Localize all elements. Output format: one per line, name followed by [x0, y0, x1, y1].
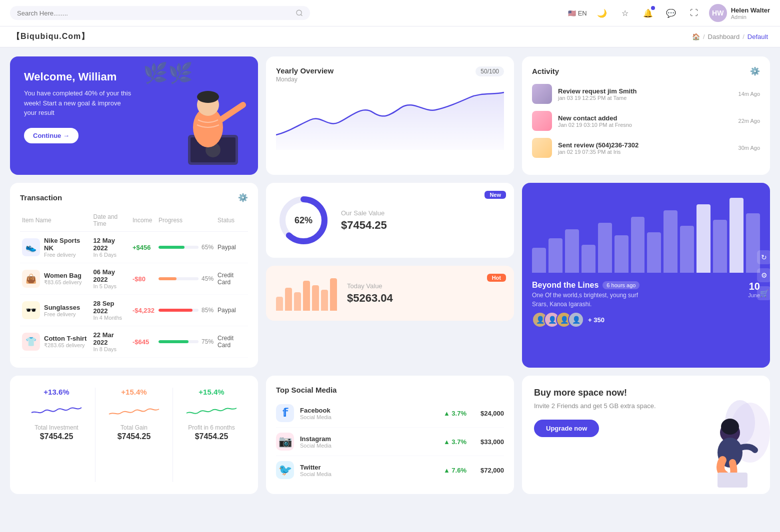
side-icon-settings[interactable]: ⚙ — [757, 268, 770, 282]
activity-header: Activity ⚙️ — [532, 66, 760, 76]
today-bar-chart — [276, 276, 337, 311]
item-name-3: Cotton T-shirt — [44, 335, 86, 342]
yearly-header: Yearly Overview Monday 50/100 — [276, 66, 504, 83]
item-income-1: -$80 — [130, 263, 156, 295]
progress-pct-0: 65% — [202, 244, 214, 251]
col-item-name: Item Name — [20, 209, 92, 232]
social-icon-0: 𝕗 — [276, 404, 294, 422]
side-icon-cart[interactable]: 🛒 — [757, 286, 770, 300]
svg-point-6 — [197, 91, 219, 103]
activity-thumb-2 — [532, 111, 552, 131]
welcome-subtitle: You have completed 40% of your this week… — [24, 88, 134, 118]
table-row: 👕 Cotton T-shirt ₹283.65 delivery 22 Mar… — [20, 326, 248, 358]
fullscreen-icon[interactable]: ⛶ — [686, 5, 702, 21]
brand-logo: 【Biqubiqu.Com】 — [12, 31, 90, 42]
sale-info: Our Sale Value $7454.25 — [341, 209, 504, 232]
beyond-bar-10 — [696, 204, 710, 273]
item-status-0: Paypal — [216, 232, 248, 263]
activity-title-3: Sent review (504)236-7302 — [558, 141, 732, 149]
item-income-3: -$645 — [130, 326, 156, 358]
activity-time-3: 30m Ago — [738, 145, 760, 151]
notification-dot — [651, 6, 655, 10]
beyond-bar-5 — [614, 235, 628, 273]
item-name-1: Women Bag — [44, 272, 82, 279]
progress-pct-1: 45% — [202, 275, 214, 282]
social-sub-0: Social Media — [300, 414, 332, 420]
language-selector[interactable]: 🇺🇸 EN — [568, 9, 587, 17]
svg-rect-14 — [718, 473, 748, 488]
stat-label-3: Profit in 6 months — [188, 424, 234, 431]
sparkline-2 — [100, 400, 168, 420]
sale-value-amount: $7454.25 — [341, 219, 504, 232]
activity-item-3: Sent review (504)236-7302 jan 02 19 07:3… — [532, 138, 760, 158]
today-value-amount: $5263.04 — [347, 292, 504, 305]
activity-card: Activity ⚙️ Review request jim Smith jan… — [522, 56, 770, 175]
col-status: Status — [216, 209, 248, 232]
item-icon-0: 👟 — [22, 238, 40, 256]
new-badge: New — [484, 191, 506, 199]
today-bar-4 — [312, 285, 319, 311]
breadcrumb-sep2: / — [742, 33, 744, 40]
beyond-bar-chart — [532, 193, 760, 273]
upgrade-button[interactable]: Upgrade now — [534, 420, 599, 437]
progress-fill-1 — [158, 277, 176, 280]
home-icon[interactable]: 🏠 — [692, 33, 700, 40]
dark-mode-toggle[interactable]: 🌙 — [594, 5, 610, 21]
activity-text-1: Review request jim Smith jan 03 19 12:25… — [558, 87, 732, 101]
item-days-3: In 8 Days — [94, 346, 128, 352]
continue-button[interactable]: Continue → — [24, 128, 78, 143]
svg-point-0 — [296, 10, 302, 15]
stat-profit: +15.4% Profit in 6 months $7454.25 — [177, 388, 246, 482]
beyond-time: 6 hours ago — [602, 281, 640, 289]
item-sub-2: Free delivery — [44, 311, 80, 317]
table-row: 🕶️ Sunglasses Free delivery 28 Sep 2022 … — [20, 295, 248, 326]
item-date-1: 06 May 2022 — [94, 268, 128, 283]
transaction-header: Transaction ⚙️ — [20, 193, 248, 202]
donut-chart: 62% — [276, 193, 331, 248]
today-bar-0 — [276, 297, 283, 311]
social-item-0: 𝕗 Facebook Social Media ▲ 3.7% $24,000 — [276, 399, 504, 428]
beyond-side-icons: ↻ ⚙ 🛒 — [757, 250, 770, 300]
beyond-bar-12 — [730, 198, 744, 273]
item-date-2: 28 Sep 2022 — [94, 300, 128, 315]
beyond-bar-8 — [664, 210, 678, 273]
today-bar-2 — [294, 292, 301, 311]
chat-icon[interactable]: 💬 — [663, 5, 679, 21]
stat-pct-1: +13.6% — [44, 388, 69, 396]
social-pct-0: ▲ 3.7% — [444, 410, 466, 417]
item-income-0: +$456 — [130, 232, 156, 263]
side-icon-refresh[interactable]: ↻ — [757, 250, 770, 264]
progress-pct-3: 75% — [202, 338, 214, 345]
social-item-2: 🐦 Twitter Social Media ▲ 7.6% $72,000 — [276, 456, 504, 484]
welcome-card: 🌿🌿 Welcome, William You have completed 4… — [10, 56, 258, 175]
col-income: Income — [130, 209, 156, 232]
social-name-2: Twitter — [300, 464, 332, 471]
activity-sub-1: jan 03 19 12:25 PM at Tame — [558, 95, 732, 101]
search-icon — [296, 9, 303, 17]
yearly-badge: 50/100 — [476, 66, 504, 76]
stat-value-2: $7454.25 — [118, 432, 151, 441]
social-name-0: Facebook — [300, 407, 332, 414]
activity-item-2: New contact added Jan 02 19 03:10 PM at … — [532, 111, 760, 131]
item-icon-3: 👕 — [22, 333, 40, 351]
sale-value-card: New 62% Our Sale Value $7454.25 — [266, 183, 514, 258]
item-icon-1: 👜 — [22, 270, 40, 288]
progress-bar-3 — [158, 340, 198, 343]
transaction-settings-icon[interactable]: ⚙️ — [238, 193, 248, 202]
stat-label-2: Total Gain — [120, 424, 148, 431]
buyspace-card: Buy more space now! Invite 2 Friends and… — [522, 376, 770, 494]
progress-bar-2 — [158, 309, 198, 312]
breadcrumb-dashboard[interactable]: Dashboard — [708, 33, 740, 40]
search-box[interactable] — [10, 6, 310, 20]
item-days-2: In 4 Months — [94, 315, 128, 321]
progress-fill-3 — [158, 340, 188, 343]
donut-label: 62% — [294, 215, 312, 226]
star-icon[interactable]: ☆ — [617, 5, 633, 21]
activity-settings-icon[interactable]: ⚙️ — [750, 66, 760, 76]
item-date-3: 22 Mar 2022 — [94, 331, 128, 346]
today-bar-3 — [303, 281, 310, 311]
search-input[interactable] — [17, 9, 292, 17]
item-status-3: Credit Card — [216, 326, 248, 358]
user-menu[interactable]: HW Helen Walter Admin — [709, 4, 770, 22]
notifications-button[interactable]: 🔔 — [640, 5, 656, 21]
